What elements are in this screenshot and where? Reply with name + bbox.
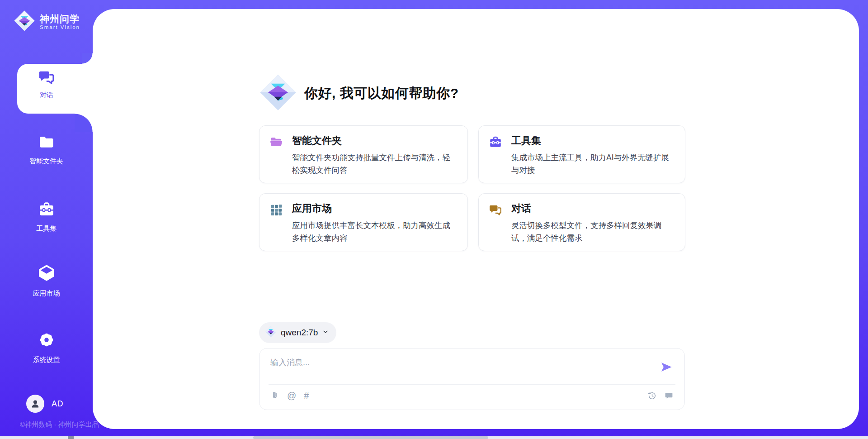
card-description: 灵活切换多模型文件，支持多样回复效果调试，满足个性化需求	[511, 219, 675, 244]
message-composer: @ #	[259, 348, 685, 410]
feature-cards: 智能文件夹 智能文件夹功能支持批量文件上传与清洗，轻松实现文件问答 工具集 集成…	[259, 125, 685, 251]
app-window: 你好, 我可以如何帮助你? 智能文件夹 智能文件夹功能支持批量文件上传与清洗，轻…	[0, 0, 868, 439]
brand-diamond-icon	[259, 73, 297, 113]
cube-icon	[38, 264, 56, 284]
card-title: 对话	[511, 202, 674, 215]
greeting-title: 你好, 我可以如何帮助你?	[304, 84, 459, 103]
brand-name: 神州问学	[40, 14, 80, 24]
sidebar-item-smart-folder[interactable]: 智能文件夹	[0, 134, 93, 166]
gear-icon	[38, 331, 55, 350]
card-description: 集成市场上主流工具，助力AI与外界无缝扩展与对接	[511, 151, 675, 177]
brand-diamond-icon	[14, 10, 35, 33]
model-selector[interactable]: qwen2:7b	[259, 322, 336, 343]
sidebar-item-chat[interactable]: 对话	[17, 64, 93, 114]
sidebar-item-label: 智能文件夹	[29, 157, 63, 166]
composer-tools-right	[647, 391, 674, 401]
tab-fillet-top	[82, 53, 93, 64]
sidebar-item-label: 系统设置	[33, 356, 60, 364]
card-app-market[interactable]: 应用市场 应用市场提供丰富长文本模板，助力高效生成多样化文章内容	[259, 193, 468, 251]
history-icon[interactable]	[647, 391, 657, 401]
card-title: 工具集	[511, 134, 674, 148]
card-smart-folder[interactable]: 智能文件夹 智能文件夹功能支持批量文件上传与清洗，轻松实现文件问答	[259, 125, 468, 183]
hashtag-icon[interactable]: #	[304, 391, 309, 400]
briefcase-icon	[489, 135, 502, 151]
sidebar-item-label: 应用市场	[33, 289, 60, 298]
mention-icon[interactable]: @	[287, 391, 296, 400]
composer-divider	[269, 384, 675, 385]
card-chat[interactable]: 对话 灵活切换多模型文件，支持多样回复效果调试，满足个性化需求	[478, 193, 685, 251]
sidebar-item-settings[interactable]: 系统设置	[0, 331, 93, 364]
avatar	[26, 395, 44, 413]
chat-icon	[38, 69, 55, 88]
chat-bubbles-icon	[489, 203, 502, 219]
model-logo-icon	[265, 326, 277, 339]
card-description: 应用市场提供丰富长文本模板，助力高效生成多样化文章内容	[292, 219, 458, 244]
scrollbar-stub	[68, 436, 74, 439]
card-toolset[interactable]: 工具集 集成市场上主流工具，助力AI与外界无缝扩展与对接	[478, 125, 685, 183]
sidebar-item-toolset[interactable]: 工具集	[0, 201, 93, 233]
chevron-down-icon	[322, 328, 329, 337]
toolbox-icon	[38, 201, 55, 219]
user-profile[interactable]: AD	[26, 395, 63, 413]
brand-subtitle: Smart Vision	[40, 24, 80, 30]
folder-open-icon	[269, 135, 283, 151]
horizontal-scrollbar-thumb[interactable]	[253, 436, 488, 439]
card-title: 应用市场	[292, 202, 457, 215]
main-panel: 你好, 我可以如何帮助你? 智能文件夹 智能文件夹功能支持批量文件上传与清洗，轻…	[93, 9, 859, 429]
card-description: 智能文件夹功能支持批量文件上传与清洗，轻松实现文件问答	[292, 151, 458, 177]
sidebar-item-app-market[interactable]: 应用市场	[0, 264, 93, 298]
composer-tools-left: @ #	[270, 391, 309, 401]
message-input[interactable]	[270, 356, 505, 369]
grid-icon	[269, 203, 283, 219]
tab-fillet-bottom	[75, 114, 93, 132]
sidebar-item-label: 工具集	[36, 224, 57, 233]
welcome-header: 你好, 我可以如何帮助你?	[259, 73, 459, 113]
card-title: 智能文件夹	[292, 134, 457, 148]
user-name: AD	[52, 399, 63, 409]
sidebar-item-label: 对话	[40, 91, 53, 100]
send-button[interactable]	[660, 361, 673, 373]
brand-logo: 神州问学 Smart Vision	[14, 10, 80, 33]
model-name: qwen2:7b	[281, 328, 318, 338]
folder-icon	[38, 134, 55, 152]
paperclip-icon[interactable]	[270, 391, 279, 401]
copyright-text: ©神州数码 · 神州问学出品	[20, 420, 99, 429]
chat-bubble-icon[interactable]	[664, 391, 674, 401]
